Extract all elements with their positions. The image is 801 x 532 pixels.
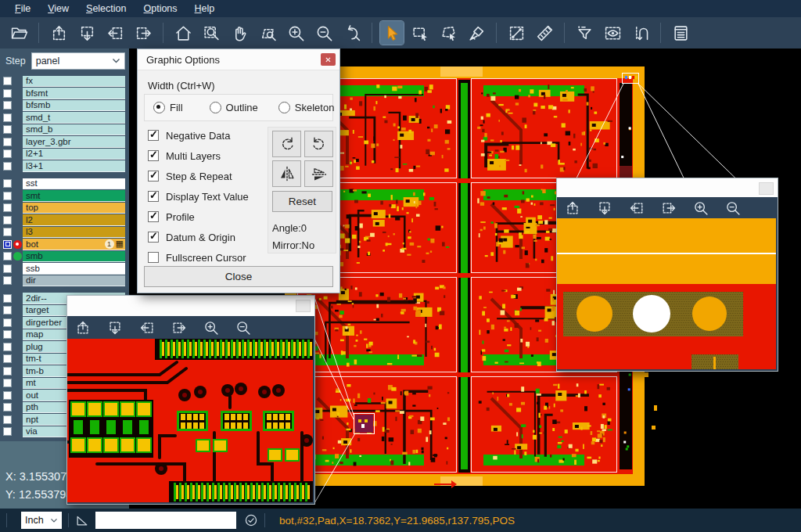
dialog-option-row[interactable]: Profile — [148, 207, 249, 227]
pan-down-icon[interactable] — [75, 21, 99, 45]
report-list-icon[interactable] — [669, 21, 692, 45]
layer-visibility-checkbox[interactable] — [3, 354, 12, 363]
rotate-cw-button[interactable] — [272, 131, 301, 157]
layer-visibility-checkbox[interactable] — [3, 367, 12, 376]
layer-visibility-checkbox[interactable] — [3, 162, 12, 171]
layer-visibility-checkbox[interactable] — [3, 330, 12, 339]
step-select[interactable]: panel — [31, 52, 125, 70]
checkbox[interactable] — [148, 130, 159, 141]
pan-right-icon[interactable] — [170, 318, 189, 337]
layer-visibility-checkbox[interactable] — [3, 149, 12, 158]
layer-row[interactable]: bot1▦ — [0, 239, 129, 251]
layer-visibility-checkbox[interactable] — [3, 179, 12, 188]
layer-visibility-checkbox[interactable] — [3, 203, 12, 212]
layer-label[interactable]: bfsmb — [23, 100, 125, 112]
layer-visibility-checkbox[interactable] — [3, 276, 12, 285]
menu-selection[interactable]: Selection — [77, 2, 135, 16]
dialog-option-row[interactable]: Fullscreen Cursor — [148, 247, 249, 268]
layer-row[interactable]: bfsmt — [0, 88, 129, 100]
window-control-button[interactable] — [296, 300, 311, 312]
pan-right-icon[interactable] — [659, 199, 678, 217]
layer-visibility-checkbox[interactable] — [3, 391, 12, 400]
pan-left-icon[interactable] — [627, 199, 646, 217]
snap-mode-icon[interactable] — [629, 21, 652, 45]
menu-options[interactable]: Options — [135, 2, 185, 16]
layer-label[interactable]: fx — [23, 76, 125, 88]
layer-label[interactable]: top — [23, 203, 125, 214]
layer-label[interactable]: bfsmt — [23, 88, 125, 99]
zoom-in-icon[interactable] — [691, 199, 710, 217]
zoom-window-bottom[interactable] — [66, 295, 315, 505]
rotate-ccw-button[interactable] — [304, 131, 333, 157]
layer-row[interactable]: ssb — [0, 263, 129, 275]
layer-row[interactable]: smd_b — [0, 124, 129, 136]
layer-visibility-checkbox[interactable] — [3, 113, 12, 122]
layer-visibility-checkbox[interactable] — [3, 343, 12, 351]
zoom-window-titlebar[interactable] — [67, 296, 314, 316]
layer-row[interactable]: l3+1 — [0, 160, 129, 173]
open-folder-icon[interactable] — [7, 21, 31, 45]
layer-row[interactable]: smd_t — [0, 112, 129, 124]
layer-label[interactable]: l3 — [23, 227, 125, 239]
window-control-button[interactable] — [759, 182, 774, 195]
dialog-option-row[interactable]: Step & Repeat — [148, 166, 249, 186]
close-button[interactable]: Close — [144, 266, 333, 287]
layer-label[interactable]: l3+1 — [23, 160, 125, 172]
radio-outline[interactable]: Outline — [210, 102, 258, 113]
pan-down-icon[interactable] — [595, 199, 614, 217]
zoom-in-icon[interactable] — [202, 318, 221, 337]
pan-down-icon[interactable] — [106, 318, 124, 337]
zoom-window-right[interactable] — [556, 178, 778, 372]
zoom-out-icon[interactable] — [724, 199, 742, 217]
layer-visibility-checkbox[interactable] — [3, 77, 12, 85]
zoom-out-icon[interactable] — [234, 318, 253, 337]
view-area-icon[interactable] — [601, 21, 624, 45]
layer-row[interactable]: bfsmb — [0, 99, 129, 112]
zoom-out-icon[interactable] — [312, 21, 336, 45]
zoom-window-icon[interactable] — [199, 21, 223, 45]
layer-visibility-checkbox[interactable] — [3, 192, 12, 200]
layer-row[interactable]: fx — [0, 75, 129, 88]
layer-label[interactable]: layer_3.gbr — [23, 136, 125, 148]
filter-icon[interactable] — [573, 21, 596, 45]
zoom-home-icon[interactable] — [171, 21, 195, 45]
menu-view[interactable]: View — [39, 2, 77, 16]
layer-label[interactable]: bot1▦ — [23, 239, 125, 250]
grid-icon[interactable]: ▦ — [116, 239, 124, 248]
layer-visibility-checkbox[interactable] — [3, 403, 12, 412]
layer-visibility-checkbox[interactable] — [3, 138, 12, 146]
layer-label[interactable]: ssb — [23, 263, 125, 275]
layer-visibility-checkbox[interactable] — [3, 240, 12, 249]
layer-visibility-checkbox[interactable] — [3, 252, 12, 261]
command-input[interactable] — [95, 512, 236, 529]
layer-row[interactable]: smt — [0, 190, 129, 203]
layer-row[interactable]: top — [0, 202, 129, 214]
layer-visibility-checkbox[interactable] — [3, 294, 12, 303]
zoom-in-icon[interactable] — [284, 21, 307, 45]
radio-skeleton[interactable]: Skeleton — [278, 102, 335, 113]
pan-up-icon[interactable] — [563, 199, 582, 217]
angle-mode-icon[interactable] — [75, 513, 89, 527]
layer-row[interactable]: l3 — [0, 226, 129, 239]
menu-file[interactable]: File — [6, 2, 39, 16]
select-rectangle-icon[interactable] — [408, 21, 432, 45]
select-arrow-icon[interactable] — [380, 21, 404, 45]
select-polygon-icon[interactable] — [436, 21, 460, 45]
layer-visibility-checkbox[interactable] — [3, 306, 12, 315]
pan-left-icon[interactable] — [103, 21, 127, 45]
layer-label[interactable]: smd_t — [23, 112, 125, 124]
dialog-option-row[interactable]: Negative Data — [148, 125, 249, 146]
layer-visibility-checkbox[interactable] — [3, 379, 12, 387]
zoom-detail-view[interactable] — [67, 339, 313, 502]
layer-row[interactable]: layer_3.gbr — [0, 136, 129, 149]
checkbox[interactable] — [148, 252, 159, 263]
pan-left-icon[interactable] — [138, 318, 156, 337]
measure-ruler-icon[interactable] — [533, 21, 556, 45]
layer-visibility-checkbox[interactable] — [3, 318, 12, 327]
reset-button[interactable]: Reset — [272, 191, 332, 212]
dialog-option-row[interactable]: Multi Layers — [148, 146, 249, 166]
dialog-option-row[interactable]: Datum & Origin — [148, 227, 249, 247]
layer-label[interactable]: sst — [23, 178, 125, 190]
layer-visibility-checkbox[interactable] — [3, 264, 12, 273]
layer-visibility-checkbox[interactable] — [3, 101, 12, 110]
